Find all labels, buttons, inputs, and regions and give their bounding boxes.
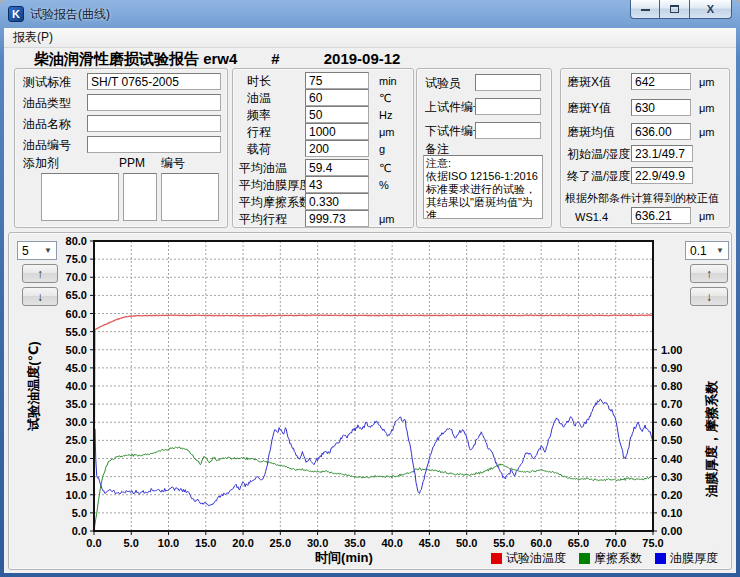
parameters-panel: 时长 min 油温 ℃ 频率 Hz 行程 μm 载荷 g 平均油温 ℃ 平均油膜… <box>232 68 414 228</box>
svg-text:75.0: 75.0 <box>642 537 663 549</box>
lower-specimen-field[interactable] <box>475 122 541 139</box>
report-date: 2019-09-12 <box>324 50 401 67</box>
menu-report[interactable]: 报表(P) <box>4 28 62 48</box>
svg-text:70.0: 70.0 <box>605 537 626 549</box>
ppm-list[interactable] <box>123 173 157 221</box>
svg-text:40.0: 40.0 <box>381 537 402 549</box>
legend-label: 摩擦系数 <box>594 550 642 567</box>
close-button[interactable]: X <box>690 0 732 19</box>
field-label: 初始温/湿度 <box>567 146 630 162</box>
chart-panel: 5 ▼ ↑ ↓ 0.1 ▼ ↑ ↓ 0.05.010.015.020.025.0… <box>8 232 732 570</box>
maximize-icon <box>670 5 679 13</box>
friction-legend-swatch <box>579 553 590 564</box>
field-label: 试验员 <box>425 75 461 91</box>
field-label: 油品名称 <box>23 116 71 132</box>
field-label: 油品编号 <box>23 137 71 153</box>
field-label: 油温 <box>247 90 271 106</box>
menu-bar: 报表(P) <box>4 28 736 48</box>
svg-text:5.0: 5.0 <box>124 537 139 549</box>
svg-text:50.0: 50.0 <box>66 344 87 356</box>
wear-y-field[interactable] <box>631 99 691 116</box>
ppm-header: PPM <box>119 155 145 171</box>
minimize-button[interactable] <box>630 0 660 19</box>
ws14-label: WS1.4 <box>575 209 608 225</box>
initial-temp-humidity-field[interactable] <box>631 145 693 162</box>
field-label: 磨斑均值 <box>567 124 615 140</box>
additive-list[interactable] <box>41 173 119 221</box>
wear-x-field[interactable] <box>631 73 691 90</box>
minimize-icon <box>641 8 650 11</box>
unit-label: μm <box>699 124 715 141</box>
right-axis-title: 油膜厚度，摩擦系数 <box>703 309 719 569</box>
svg-text:0.0: 0.0 <box>86 537 101 549</box>
svg-text:35.0: 35.0 <box>66 398 87 410</box>
unit-label: μm <box>379 211 395 228</box>
unit-label: ℃ <box>379 160 391 177</box>
svg-text:20.0: 20.0 <box>66 453 87 465</box>
unit-label: μm <box>379 124 395 141</box>
svg-text:0.0: 0.0 <box>72 525 87 537</box>
svg-text:60.0: 60.0 <box>530 537 551 549</box>
field-label: 平均行程 <box>239 211 287 227</box>
field-label: 磨斑X值 <box>567 74 611 90</box>
results-panel: 磨斑X值 μm 磨斑Y值 μm 磨斑均值 μm 初始温/湿度 终了温/湿度 根据… <box>560 68 730 228</box>
unit-label: g <box>379 141 385 158</box>
oil-temp-field[interactable] <box>305 89 369 106</box>
svg-text:45.0: 45.0 <box>419 537 440 549</box>
svg-text:20.0: 20.0 <box>232 537 253 549</box>
oil-name-field[interactable] <box>87 115 221 132</box>
frequency-field[interactable] <box>305 106 369 123</box>
title-bar[interactable]: K 试验报告(曲线) X <box>0 0 740 28</box>
close-icon: X <box>707 3 714 15</box>
client-area: 报表(P) 柴油润滑性磨损试验报告 erw4 # 2019-09-12 测试标准… <box>4 28 736 573</box>
oil-type-field[interactable] <box>87 94 221 111</box>
svg-text:55.0: 55.0 <box>66 326 87 338</box>
app-window: K 试验报告(曲线) X 报表(P) 柴油润滑性磨损试验报告 erw4 # 20… <box>0 0 740 577</box>
field-label: 油品类型 <box>23 95 71 111</box>
additive-number-list[interactable] <box>161 173 219 221</box>
svg-text:0.30: 0.30 <box>661 471 682 483</box>
upper-specimen-field[interactable] <box>475 98 541 115</box>
duration-field[interactable] <box>305 72 369 89</box>
field-label: 时长 <box>247 73 271 89</box>
svg-text:0.60: 0.60 <box>661 416 682 428</box>
final-temp-humidity-field[interactable] <box>631 167 693 184</box>
svg-text:70.0: 70.0 <box>66 271 87 283</box>
film-legend-swatch <box>655 553 666 564</box>
svg-text:65.0: 65.0 <box>568 537 589 549</box>
svg-text:30.0: 30.0 <box>66 416 87 428</box>
svg-text:45.0: 45.0 <box>66 362 87 374</box>
svg-text:25.0: 25.0 <box>270 537 291 549</box>
svg-text:1.00: 1.00 <box>661 344 682 356</box>
avg-oil-temp-field[interactable] <box>305 159 369 176</box>
ws14-field[interactable] <box>631 207 691 224</box>
oil-number-field[interactable] <box>87 136 221 153</box>
svg-text:0.10: 0.10 <box>661 507 682 519</box>
test-standard-field[interactable] <box>87 73 221 90</box>
svg-text:50.0: 50.0 <box>456 537 477 549</box>
wear-mean-field[interactable] <box>631 123 691 140</box>
field-label: 测试标准 <box>23 74 71 90</box>
svg-text:5.0: 5.0 <box>72 507 87 519</box>
stroke-field[interactable] <box>305 123 369 140</box>
maximize-button[interactable] <box>660 0 690 19</box>
field-label: 平均油温 <box>239 160 287 176</box>
report-header: 柴油润滑性磨损试验报告 erw4 # 2019-09-12 <box>34 50 400 69</box>
app-icon: K <box>8 6 24 22</box>
load-field[interactable] <box>305 140 369 157</box>
tester-field[interactable] <box>475 74 541 91</box>
avg-friction-field[interactable] <box>305 193 369 210</box>
svg-text:0.20: 0.20 <box>661 489 682 501</box>
number-header: 编号 <box>161 155 185 171</box>
unit-label: min <box>379 73 397 90</box>
info-panel: 试验员 上试件编号 下试件编号 备注 注意: 依据ISO 12156-1:201… <box>416 68 552 228</box>
svg-text:10.0: 10.0 <box>158 537 179 549</box>
svg-text:0.40: 0.40 <box>661 453 682 465</box>
svg-text:40.0: 40.0 <box>66 380 87 392</box>
avg-stroke-field[interactable] <box>305 210 369 227</box>
sample-panel: 测试标准 油品类型 油品名称 油品编号 添加剂 PPM 编号 <box>14 68 228 228</box>
remark-textarea[interactable]: 注意: 依据ISO 12156-1:2016标准要求进行的试验，其结果以"磨斑均… <box>423 155 543 219</box>
svg-text:30.0: 30.0 <box>307 537 328 549</box>
avg-film-field[interactable] <box>305 176 369 193</box>
chart-legend: 试验油温度 摩擦系数 油膜厚度 <box>491 550 718 567</box>
